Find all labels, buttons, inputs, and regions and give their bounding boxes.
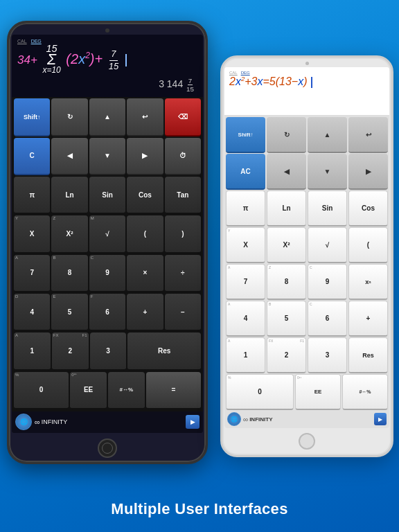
white-key-6[interactable]: C6: [308, 301, 347, 337]
dark-key-rparen[interactable]: ): [165, 215, 201, 253]
white-key-lparen[interactable]: (: [348, 227, 388, 263]
dark-arrow-btn[interactable]: ▶: [186, 415, 200, 429]
dark-key-c[interactable]: C: [14, 138, 50, 175]
white-key-xn[interactable]: xn: [348, 264, 388, 300]
dark-mode-labels: CAL DEG: [17, 39, 197, 44]
white-key-ee[interactable]: 0¹¹EE: [295, 374, 341, 410]
dark-key-row-6: D4 E5 F6 + −: [14, 294, 201, 331]
white-key-right[interactable]: ▶: [348, 154, 388, 190]
dark-key-right[interactable]: ▶: [127, 138, 163, 175]
dark-key-lparen[interactable]: (: [127, 215, 163, 253]
white-key-row-8: %0 0¹¹EE #↔%: [226, 374, 388, 410]
white-key-x[interactable]: YX: [226, 227, 265, 263]
white-key-x2[interactable]: X²: [267, 227, 306, 263]
dark-key-row-5: A7 B8 C9 × ÷: [14, 255, 201, 292]
dark-tablet: CAL DEG 34+ 15 Σ x=10 (2x2)+ 7 15: [7, 21, 208, 464]
white-key-ln[interactable]: Ln: [267, 190, 306, 227]
dark-key-row-7: A1 FXF12 3 Res: [14, 332, 201, 370]
white-calculator: CAL DEG 2x2+3x=5(13−x) Shift↑ ↻ ▲ ↩: [224, 67, 389, 428]
dark-key-back[interactable]: ↩: [127, 98, 163, 136]
dark-home-btn[interactable]: [98, 438, 117, 458]
white-key-left[interactable]: ◀: [267, 154, 306, 190]
dark-key-ln[interactable]: Ln: [51, 177, 87, 214]
dark-key-x2[interactable]: ZX²: [51, 215, 87, 253]
dark-key-shift[interactable]: Shift↑: [14, 98, 50, 136]
dark-home-inner: [102, 443, 113, 454]
dark-key-3[interactable]: 3: [90, 332, 127, 370]
dark-key-2[interactable]: FXF12: [52, 332, 89, 370]
dark-result: 3 144 7 15: [17, 77, 197, 93]
dark-key-sin[interactable]: Sin: [89, 177, 125, 214]
dark-key-history[interactable]: ⏱: [165, 138, 201, 175]
dark-key-8[interactable]: B8: [51, 255, 87, 292]
dark-key-row-3: π Ln Sin Cos Tan: [14, 177, 201, 214]
white-bottom-bar: [222, 430, 391, 455]
white-keys: Shift↑ ↻ ▲ ↩ AC ◀ ▼ ▶ π Ln Sin Cos: [224, 116, 389, 428]
white-key-pi[interactable]: π: [226, 190, 265, 227]
white-key-cos[interactable]: Cos: [348, 190, 388, 227]
dark-key-up[interactable]: ▲: [89, 98, 125, 136]
dark-keys: Shift↑ ↻ ▲ ↩ ⌫ C ◀ ▼ ▶ ⏱ π Ln: [12, 97, 203, 411]
white-key-sqrt[interactable]: √: [308, 227, 347, 263]
white-key-plus[interactable]: +: [348, 301, 388, 337]
scene: CAL DEG 34+ 15 Σ x=10 (2x2)+ 7 15: [0, 0, 399, 532]
dark-key-minus[interactable]: −: [165, 294, 201, 331]
dark-key-9[interactable]: C9: [89, 255, 125, 292]
white-globe-btn[interactable]: 🌐: [227, 412, 241, 426]
white-key-0[interactable]: %0: [226, 374, 294, 410]
dark-key-0[interactable]: %0: [14, 372, 69, 409]
dark-key-redo[interactable]: ↻: [51, 98, 87, 136]
white-key-7[interactable]: A7: [226, 264, 265, 300]
dark-key-equal[interactable]: =: [146, 372, 201, 409]
white-key-9[interactable]: C9: [308, 264, 347, 300]
white-key-1[interactable]: A1: [226, 337, 265, 373]
white-key-sin[interactable]: Sin: [308, 190, 347, 227]
dark-key-hashpercent[interactable]: #↔%: [108, 372, 145, 409]
white-tablet: CAL DEG 2x2+3x=5(13−x) Shift↑ ↻ ▲ ↩: [220, 55, 393, 457]
white-key-4[interactable]: A4: [226, 301, 265, 337]
white-key-hashpercent[interactable]: #↔%: [342, 374, 388, 410]
white-arrow-btn[interactable]: ▶: [374, 413, 387, 425]
white-key-5[interactable]: B5: [267, 301, 306, 337]
dark-infinity-area[interactable]: 🌐 ∞INFINITY: [15, 414, 67, 430]
white-key-res[interactable]: Res: [348, 337, 388, 373]
dark-key-4[interactable]: D4: [14, 294, 50, 331]
dark-key-5[interactable]: E5: [51, 294, 87, 331]
dark-key-plus[interactable]: +: [127, 294, 163, 331]
dark-key-res[interactable]: Res: [127, 332, 201, 370]
dark-key-left[interactable]: ◀: [51, 138, 87, 175]
dark-key-backspace[interactable]: ⌫: [165, 98, 201, 136]
dark-key-7[interactable]: A7: [14, 255, 50, 292]
white-home-btn[interactable]: [299, 433, 315, 450]
dark-key-row-4: YX ZX² M√ ( ): [14, 215, 201, 253]
white-key-3[interactable]: 3: [308, 337, 347, 373]
dark-key-x[interactable]: YX: [14, 215, 50, 253]
white-key-ac[interactable]: AC: [226, 154, 265, 190]
white-key-row-2: AC ◀ ▼ ▶: [226, 154, 388, 190]
dark-key-6[interactable]: F6: [89, 294, 125, 331]
white-expression: 2x2+3x=5(13−x): [229, 75, 384, 89]
white-key-shift[interactable]: Shift↑: [226, 117, 265, 153]
dark-expression: 34+ 15 Σ x=10 (2x2)+ 7 15: [17, 45, 197, 76]
dark-key-cos[interactable]: Cos: [127, 177, 163, 214]
dark-key-pi[interactable]: π: [14, 177, 50, 214]
dark-key-ee[interactable]: 0¹¹EE: [70, 372, 107, 409]
white-key-2[interactable]: FXF12: [267, 337, 306, 373]
dark-globe-btn[interactable]: 🌐: [15, 414, 32, 430]
dark-key-sqrt[interactable]: M√: [89, 215, 125, 253]
white-key-row-7: A1 FXF12 3 Res: [226, 337, 388, 373]
white-key-down[interactable]: ▼: [308, 154, 347, 190]
white-key-8[interactable]: Z8: [267, 264, 306, 300]
dark-key-divide[interactable]: ÷: [165, 255, 201, 292]
white-key-back[interactable]: ↩: [348, 117, 388, 153]
dark-key-down[interactable]: ▼: [89, 138, 125, 175]
dark-deg-label: DEG: [31, 39, 42, 44]
white-key-up[interactable]: ▲: [308, 117, 347, 153]
white-key-redo[interactable]: ↻: [267, 117, 306, 153]
dark-key-tan[interactable]: Tan: [165, 177, 201, 214]
dark-key-1[interactable]: A1: [14, 332, 51, 370]
dark-key-row-8: %0 0¹¹EE #↔% =: [14, 372, 201, 409]
white-key-row-3: π Ln Sin Cos: [226, 190, 388, 227]
dark-key-multiply[interactable]: ×: [127, 255, 163, 292]
white-infinity-area[interactable]: 🌐 ∞INFINITY: [227, 412, 272, 426]
